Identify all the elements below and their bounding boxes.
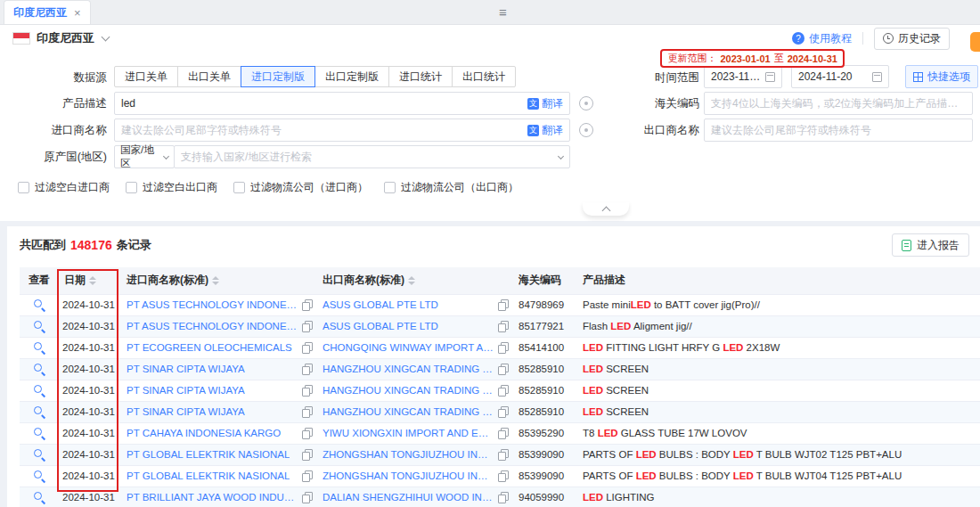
copy-icon[interactable]	[302, 406, 312, 417]
exporter-link[interactable]: HANGZHOU XINGCAN TRADING CO LTD	[323, 385, 494, 396]
history-button[interactable]: 历史记录	[874, 28, 950, 50]
exporter-link[interactable]: ZHONGSHAN TONGJIUZHOU INTERNA...	[323, 449, 494, 460]
date-end-input[interactable]	[798, 70, 869, 83]
collapse-panel-handle[interactable]	[583, 202, 629, 216]
filter-checkbox-1[interactable]: 过滤空白出口商	[126, 180, 217, 195]
exporter-link[interactable]: ASUS GLOBAL PTE LTD	[323, 321, 438, 331]
exporter-field[interactable]	[704, 119, 973, 142]
importer-link[interactable]: PT SINAR CIPTA WIJAYA	[127, 385, 245, 396]
menu-icon[interactable]: ≡	[499, 4, 507, 20]
table-row[interactable]: 2024-10-31 PT ASUS TECHNOLOGY INDONESIA …	[20, 315, 980, 337]
importer-link[interactable]: PT SINAR CIPTA WIJAYA	[127, 406, 245, 417]
chevron-down-icon[interactable]	[102, 32, 110, 41]
translate-button[interactable]: 文 翻译	[527, 123, 563, 138]
copy-icon[interactable]	[302, 342, 312, 353]
copy-icon[interactable]	[302, 385, 312, 396]
copy-icon[interactable]	[498, 299, 508, 310]
data-source-tab-4[interactable]: 进口统计	[388, 66, 453, 87]
copy-icon[interactable]	[498, 342, 508, 353]
origin-country-select[interactable]: 国家/地区	[114, 145, 175, 168]
exporter-link[interactable]: CHONGQING WINWAY IMPORT AND E...	[323, 342, 494, 353]
data-source-tab-3[interactable]: 出口定制版	[314, 66, 389, 87]
copy-icon[interactable]	[498, 406, 508, 417]
sort-icon[interactable]	[89, 276, 96, 285]
copy-icon[interactable]	[498, 449, 508, 460]
date-start-input[interactable]	[711, 70, 762, 83]
importer-field[interactable]: 文 翻译	[114, 119, 570, 142]
copy-icon[interactable]	[498, 428, 508, 438]
copy-icon[interactable]	[302, 364, 312, 374]
table-row[interactable]: 2024-10-31 PT SINAR CIPTA WIJAYA HANGZHO…	[20, 380, 980, 401]
circle-option-icon[interactable]	[579, 96, 593, 110]
exporter-link[interactable]: DALIAN SHENGZHIHUI WOOD INDUST...	[323, 492, 494, 503]
data-source-tab-1[interactable]: 出口关单	[177, 66, 241, 87]
column-header-2[interactable]: 进口商名称(标准)	[121, 267, 317, 294]
copy-icon[interactable]	[302, 428, 312, 438]
table-row[interactable]: 2024-10-31 PT ECOGREEN OLEOCHEMICALS CHO…	[20, 337, 980, 358]
view-magnifier-icon[interactable]	[33, 341, 45, 354]
table-row[interactable]: 2024-10-31 PT CAHAYA INDONESIA KARGO YIW…	[20, 422, 980, 444]
table-row[interactable]: 2024-10-31 PT ASUS TECHNOLOGY INDONESIA …	[20, 294, 980, 315]
circle-option-icon[interactable]	[579, 123, 593, 137]
view-magnifier-icon[interactable]	[33, 427, 45, 439]
copy-icon[interactable]	[302, 321, 312, 331]
copy-icon[interactable]	[498, 385, 508, 396]
tutorial-link[interactable]: ? 使用教程	[792, 31, 852, 46]
view-magnifier-icon[interactable]	[33, 470, 45, 482]
table-row[interactable]: 2024-10-31 PT GLOBAL ELEKTRIK NASIONAL Z…	[20, 444, 980, 465]
copy-icon[interactable]	[302, 492, 312, 503]
importer-input[interactable]	[121, 124, 524, 136]
importer-link[interactable]: PT ASUS TECHNOLOGY INDONESIA BA...	[127, 299, 298, 310]
view-magnifier-icon[interactable]	[33, 363, 45, 375]
copy-icon[interactable]	[498, 321, 508, 331]
exporter-link[interactable]: YIWU XIONGXIN IMPORT AND EXPORT...	[323, 428, 494, 438]
filter-checkbox-3[interactable]: 过滤物流公司（出口商）	[384, 180, 519, 195]
copy-icon[interactable]	[302, 449, 312, 460]
date-end-field[interactable]	[791, 65, 889, 88]
date-start-field[interactable]	[704, 65, 782, 88]
importer-link[interactable]: PT GLOBAL ELEKTRIK NASIONAL	[127, 470, 290, 481]
table-row[interactable]: 2024-10-31 PT GLOBAL ELEKTRIK NASIONAL Z…	[20, 465, 980, 487]
enter-report-button[interactable]: 进入报告	[892, 233, 969, 257]
translate-button[interactable]: 文 翻译	[527, 96, 563, 111]
tab-indonesia[interactable]: 印度尼西亚 ×	[4, 0, 91, 24]
filter-checkbox-2[interactable]: 过滤物流公司（进口商）	[233, 180, 368, 195]
exporter-link[interactable]: ASUS GLOBAL PTE LTD	[323, 299, 438, 310]
hs-code-field[interactable]	[704, 92, 973, 115]
view-magnifier-icon[interactable]	[33, 405, 45, 418]
importer-link[interactable]: PT ECOGREEN OLEOCHEMICALS	[127, 342, 292, 353]
product-desc-field[interactable]: 文 翻译	[114, 92, 570, 115]
filter-checkbox-0[interactable]: 过滤空白进口商	[18, 180, 110, 195]
column-header-1[interactable]: 日期	[59, 267, 121, 294]
data-source-tab-0[interactable]: 进口关单	[114, 66, 178, 87]
product-desc-input[interactable]	[121, 97, 524, 110]
view-magnifier-icon[interactable]	[33, 298, 45, 311]
copy-icon[interactable]	[302, 299, 312, 310]
copy-icon[interactable]	[498, 492, 508, 503]
data-source-tab-5[interactable]: 出口统计	[452, 66, 516, 87]
importer-link[interactable]: PT SINAR CIPTA WIJAYA	[127, 364, 245, 374]
exporter-link[interactable]: ZHONGSHAN TONGJIUZHOU INTERNA...	[323, 470, 494, 481]
checkbox-icon[interactable]	[126, 182, 137, 193]
data-source-tab-2[interactable]: 进口定制版	[241, 66, 315, 87]
copy-icon[interactable]	[302, 470, 312, 481]
column-header-3[interactable]: 出口商名称(标准)	[317, 267, 513, 294]
checkbox-icon[interactable]	[384, 182, 396, 193]
view-magnifier-icon[interactable]	[33, 320, 45, 332]
copy-icon[interactable]	[498, 364, 508, 374]
origin-search-input[interactable]	[181, 151, 555, 163]
importer-link[interactable]: PT BRILLIANT JAYA WOOD INDUSTRY	[127, 492, 298, 503]
importer-link[interactable]: PT ASUS TECHNOLOGY INDONESIA BA...	[127, 321, 298, 331]
exporter-link[interactable]: HANGZHOU XINGCAN TRADING CO LTD	[323, 364, 494, 374]
importer-link[interactable]: PT CAHAYA INDONESIA KARGO	[127, 428, 281, 438]
exporter-link[interactable]: HANGZHOU XINGCAN TRADING CO LTD	[323, 406, 494, 417]
quick-options-button[interactable]: 快捷选项	[905, 65, 978, 88]
sort-icon[interactable]	[408, 276, 415, 285]
checkbox-icon[interactable]	[233, 182, 245, 193]
view-magnifier-icon[interactable]	[33, 384, 45, 397]
sort-icon[interactable]	[212, 276, 219, 285]
table-row[interactable]: 2024-10-31 PT SINAR CIPTA WIJAYA HANGZHO…	[20, 358, 980, 380]
checkbox-icon[interactable]	[18, 182, 29, 193]
hs-code-input[interactable]	[711, 97, 966, 110]
view-magnifier-icon[interactable]	[33, 491, 45, 503]
